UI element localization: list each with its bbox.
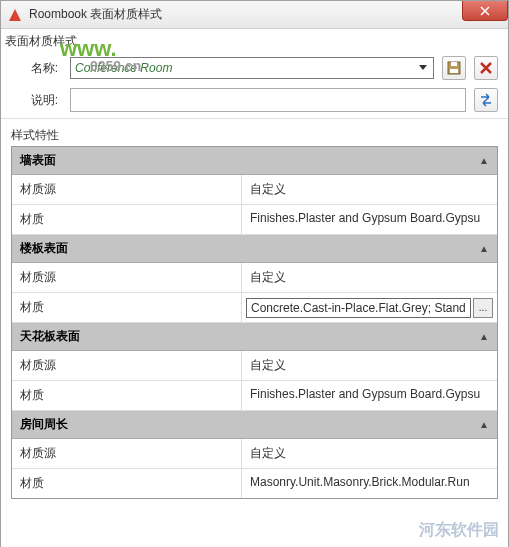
property-key: 材质源 [12, 439, 242, 468]
property-value[interactable]: 自定义 [242, 175, 497, 204]
style-name-value: Conference Room [75, 61, 172, 75]
property-row: 材质Finishes.Plaster and Gypsum Board.Gyps… [12, 205, 497, 235]
transfer-icon [479, 93, 493, 107]
property-row: 材质Masonry.Unit.Masonry.Brick.Modular.Run [12, 469, 497, 498]
desc-row: 说明: [5, 84, 504, 116]
save-icon [447, 61, 461, 75]
property-row: 材质源自定义 [12, 175, 497, 205]
collapse-icon: ▲ [479, 243, 489, 254]
svg-rect-2 [450, 69, 458, 73]
group-title: 墙表面 [20, 152, 56, 169]
collapse-icon: ▲ [479, 419, 489, 430]
close-button[interactable] [462, 1, 508, 21]
name-label: 名称: [11, 60, 66, 77]
property-key: 材质 [12, 205, 242, 234]
group-title: 房间周长 [20, 416, 68, 433]
property-value[interactable]: 自定义 [242, 439, 497, 468]
browse-button[interactable]: ... [473, 298, 493, 318]
app-icon [7, 7, 23, 23]
name-row: 名称: Conference Room [5, 52, 504, 84]
property-value[interactable]: Finishes.Plaster and Gypsum Board.Gypsu [242, 381, 497, 410]
blank-area [1, 499, 508, 547]
value-edit-field[interactable]: Concrete.Cast-in-Place.Flat.Grey; Stand [246, 298, 471, 318]
property-value[interactable]: Masonry.Unit.Masonry.Brick.Modular.Run [242, 469, 497, 498]
group-title: 天花板表面 [20, 328, 80, 345]
close-icon [480, 6, 490, 16]
titlebar: Roombook 表面材质样式 [1, 1, 508, 29]
property-key: 材质 [12, 381, 242, 410]
toolbar-area: 表面材质样式 名称: Conference Room 说明: [1, 29, 508, 119]
property-key: 材质源 [12, 351, 242, 380]
save-button[interactable] [442, 56, 466, 80]
property-row: 材质源自定义 [12, 351, 497, 381]
chevron-down-icon [415, 59, 431, 77]
delete-icon [479, 61, 493, 75]
property-row: 材质Finishes.Plaster and Gypsum Board.Gyps… [12, 381, 497, 411]
group-title: 楼板表面 [20, 240, 68, 257]
toolbar-header: 表面材质样式 [5, 31, 504, 52]
group-header[interactable]: 房间周长▲ [12, 411, 497, 439]
property-value[interactable]: Concrete.Cast-in-Place.Flat.Grey; Stand.… [242, 293, 497, 322]
property-key: 材质 [12, 469, 242, 498]
dialog-window: Roombook 表面材质样式 表面材质样式 名称: Conference Ro… [0, 0, 509, 547]
group-header[interactable]: 楼板表面▲ [12, 235, 497, 263]
property-value[interactable]: Finishes.Plaster and Gypsum Board.Gypsu [242, 205, 497, 234]
collapse-icon: ▲ [479, 331, 489, 342]
property-row: 材质Concrete.Cast-in-Place.Flat.Grey; Stan… [12, 293, 497, 323]
group-header[interactable]: 墙表面▲ [12, 147, 497, 175]
desc-label: 说明: [11, 92, 66, 109]
collapse-icon: ▲ [479, 155, 489, 166]
property-key: 材质源 [12, 263, 242, 292]
desc-input[interactable] [70, 88, 466, 112]
svg-rect-3 [451, 62, 457, 66]
group-header[interactable]: 天花板表面▲ [12, 323, 497, 351]
property-key: 材质源 [12, 175, 242, 204]
property-row: 材质源自定义 [12, 439, 497, 469]
section-title: 样式特性 [1, 119, 508, 146]
property-value[interactable]: 自定义 [242, 351, 497, 380]
property-value[interactable]: 自定义 [242, 263, 497, 292]
property-grid: 墙表面▲材质源自定义材质Finishes.Plaster and Gypsum … [11, 146, 498, 499]
property-row: 材质源自定义 [12, 263, 497, 293]
transfer-button[interactable] [474, 88, 498, 112]
window-title: Roombook 表面材质样式 [29, 6, 162, 23]
property-key: 材质 [12, 293, 242, 322]
svg-marker-0 [9, 9, 21, 21]
delete-button[interactable] [474, 56, 498, 80]
style-name-dropdown[interactable]: Conference Room [70, 57, 434, 79]
